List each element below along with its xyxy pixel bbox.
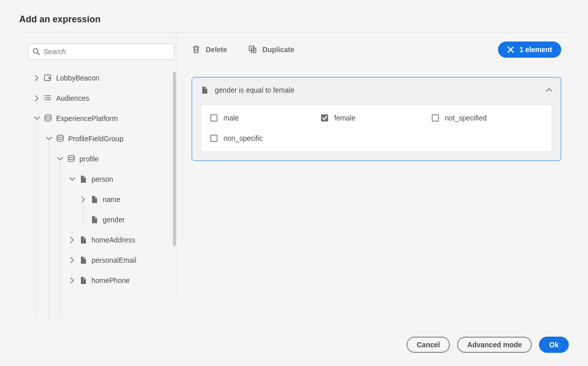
footer: Cancel Advanced mode Ok [406,337,569,353]
checkbox-empty-icon [210,135,217,142]
option-label: male [223,114,239,122]
tree-item-label: LobbyBeacon [56,74,100,82]
tree-item-homephone[interactable]: homePhone [28,270,176,291]
chevron-right-icon [80,196,86,202]
duplicate-label: Duplicate [262,46,294,54]
tree-item-label: name [103,195,120,204]
search-input[interactable] [28,44,174,60]
tree-item-homeaddress[interactable]: homeAddress [28,230,176,250]
tree-item-personalemail[interactable]: personalEmail [28,250,176,270]
file-icon [91,195,99,204]
tree-item-label: homePhone [92,276,130,284]
db-icon [67,155,75,163]
file-icon [79,276,87,284]
file-icon [79,175,87,183]
expression-header[interactable]: gender is equal to female [201,86,552,94]
option-female[interactable]: female [321,114,432,122]
chevron-right-icon [34,95,40,101]
file-icon [91,216,99,224]
trash-icon [192,45,201,54]
db-icon [56,135,64,143]
option-label: non_specific [223,134,263,142]
option-label: female [334,114,355,122]
chevron-up-icon [546,87,552,93]
options-box: malefemalenot_specifiednon_specific [201,104,552,152]
event-icon [44,74,52,82]
tree-item-label: person [92,175,113,183]
close-icon [507,46,514,53]
tree-item-audiences[interactable]: Audiences [28,88,176,108]
option-male[interactable]: male [210,114,321,122]
expression-card: gender is equal to female malefemalenot_… [192,77,561,161]
file-icon [201,86,209,94]
right-panel: Delete Duplicate 1 element gender is equ… [176,32,569,301]
tree-item-label: profile [79,155,99,163]
tree-item-label: gender [103,216,125,224]
tree-item-lobbybeacon[interactable]: LobbyBeacon [28,68,176,88]
list-icon [44,94,52,102]
left-panel: LobbyBeaconAudiencesExperiencePlatformPr… [19,32,176,301]
field-tree: LobbyBeaconAudiencesExperiencePlatformPr… [28,68,176,291]
ok-button[interactable]: Ok [539,337,569,353]
duplicate-icon [248,45,257,54]
advanced-mode-button[interactable]: Advanced mode [457,337,532,353]
chevron-down-icon [34,115,40,121]
delete-button[interactable]: Delete [192,45,227,54]
tree-item-profile[interactable]: profile [28,149,176,169]
tree-item-label: ExperiencePlatform [56,114,118,123]
cancel-button[interactable]: Cancel [406,337,450,353]
option-label: not_specified [445,114,487,122]
delete-label: Delete [206,46,227,54]
checkbox-empty-icon [432,114,439,121]
db-icon [44,114,52,123]
file-icon [79,256,87,264]
tree-item-name[interactable]: name [28,189,176,210]
element-count-label: 1 element [519,46,552,54]
duplicate-button[interactable]: Duplicate [248,45,294,54]
tree-item-label: homeAddress [92,236,135,244]
tree-item-label: personalEmail [92,256,137,264]
option-not_specified[interactable]: not_specified [432,114,542,122]
chevron-right-icon [69,237,75,243]
option-non_specific[interactable]: non_specific [210,134,321,142]
chevron-right-icon [69,277,75,283]
checkbox-empty-icon [210,114,217,121]
chevron-right-icon [69,257,75,263]
expression-summary: gender is equal to female [215,86,294,94]
tree-item-label: ProfileFieldGroup [68,135,123,143]
tree-item-person[interactable]: person [28,169,176,189]
tree-item-experienceplatform[interactable]: ExperiencePlatform [28,108,176,129]
tree-item-gender[interactable]: gender [28,210,176,230]
tree-item-profilefieldgroup[interactable]: ProfileFieldGroup [28,129,176,149]
element-count-pill[interactable]: 1 element [498,42,561,58]
tree-item-label: Audiences [56,94,89,102]
chevron-down-icon [69,176,75,182]
checkbox-checked-icon [321,114,328,121]
chevron-right-icon [34,75,40,81]
page-title: Add an expression [19,14,569,25]
chevron-down-icon [46,136,52,142]
scrollbar-thumb[interactable] [173,72,176,246]
chevron-down-icon [57,156,63,162]
file-icon [79,236,87,244]
search-icon [32,48,40,55]
